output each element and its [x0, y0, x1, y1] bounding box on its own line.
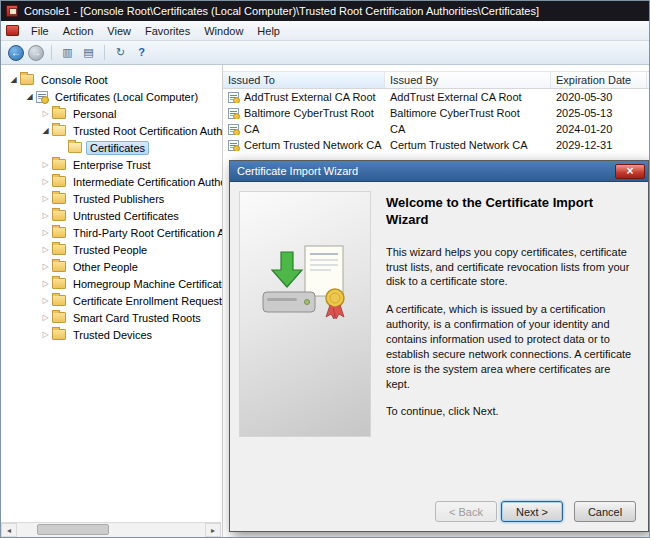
tree-item-trusted-devices[interactable]: ▷Trusted Devices	[1, 326, 222, 343]
show-console-tree-icon[interactable]: ▥	[59, 44, 76, 61]
expander-icon[interactable]: ▷	[39, 160, 52, 169]
tree-item-personal[interactable]: ▷Personal	[1, 105, 222, 122]
tree-item-trusted-root-certification-authorities[interactable]: ◢Trusted Root Certification Authorities	[1, 122, 222, 139]
wizard-graphic-panel	[239, 191, 371, 437]
scrollbar-thumb[interactable]	[37, 524, 109, 535]
forward-icon[interactable]: →	[28, 45, 44, 61]
expander-icon[interactable]: ▷	[39, 211, 52, 220]
table-row[interactable]: Certum Trusted Network CACertum Trusted …	[223, 137, 649, 153]
column-header-issued-by[interactable]: Issued By	[385, 72, 551, 88]
table-row[interactable]: CACA2024-01-20	[223, 121, 649, 137]
back-icon[interactable]: ←	[8, 45, 24, 61]
tree-item-certificates-local-computer[interactable]: ◢Certificates (Local Computer)	[1, 88, 222, 105]
console-child-icon[interactable]	[6, 25, 19, 36]
cell-text: 2025-05-13	[556, 107, 612, 119]
certificates-store-icon	[36, 91, 48, 103]
folder-icon	[52, 108, 66, 119]
column-header-expiration-date[interactable]: Expiration Date	[551, 72, 647, 88]
tree-item-smart-card-trusted-roots[interactable]: ▷Smart Card Trusted Roots	[1, 309, 222, 326]
list-header: Issued ToIssued ByExpiration Date	[223, 71, 649, 89]
tree-item-label: Homegroup Machine Certificates	[70, 278, 222, 290]
expander-icon[interactable]: ◢	[39, 126, 52, 135]
expander-icon[interactable]: ▷	[39, 279, 52, 288]
menu-view[interactable]: View	[100, 23, 138, 39]
tree-item-trusted-publishers[interactable]: ▷Trusted Publishers	[1, 190, 222, 207]
menu-window[interactable]: Window	[197, 23, 250, 39]
expander-icon[interactable]: ◢	[23, 92, 36, 101]
expander-icon[interactable]: ▷	[39, 109, 52, 118]
certificate-icon	[228, 92, 239, 103]
expander-icon[interactable]: ▷	[39, 296, 52, 305]
scroll-right-icon[interactable]: ▸	[205, 523, 221, 537]
tree-horizontal-scrollbar[interactable]: ◂ ▸	[1, 522, 221, 537]
folder-icon	[52, 312, 66, 323]
expander-icon[interactable]: ▷	[39, 262, 52, 271]
expander-icon[interactable]: ▷	[39, 177, 52, 186]
folder-icon	[52, 278, 66, 289]
expander-icon[interactable]: ▷	[39, 245, 52, 254]
column-header-issued-to[interactable]: Issued To	[223, 72, 385, 88]
tree-item-certificate-enrollment-requests[interactable]: ▷Certificate Enrollment Requests	[1, 292, 222, 309]
titlebar[interactable]: Console1 - [Console Root\Certificates (L…	[1, 1, 649, 21]
cell-expiration-date: 2024-01-20	[551, 123, 647, 135]
folder-icon	[52, 227, 66, 238]
tree-item-trusted-people[interactable]: ▷Trusted People	[1, 241, 222, 258]
refresh-icon[interactable]: ↻	[112, 44, 129, 61]
next-button[interactable]: Next >	[501, 501, 563, 522]
tree-item-label: Trusted Publishers	[70, 193, 167, 205]
menubar: FileActionViewFavoritesWindowHelp	[1, 21, 649, 41]
table-row[interactable]: AddTrust External CA RootAddTrust Extern…	[223, 89, 649, 105]
table-row[interactable]: Baltimore CyberTrust RootBaltimore Cyber…	[223, 105, 649, 121]
certificate-import-wizard-dialog: Certificate Import Wizard ×	[229, 160, 649, 532]
console-tree-pane: ◢Console Root◢Certificates (Local Comput…	[1, 65, 223, 537]
close-icon[interactable]: ×	[615, 164, 645, 179]
tree-item-other-people[interactable]: ▷Other People	[1, 258, 222, 275]
export-list-icon[interactable]: ▤	[80, 44, 97, 61]
cell-issued-by: AddTrust External CA Root	[385, 91, 551, 103]
tree-item-label: Trusted Devices	[70, 329, 155, 341]
expander-icon[interactable]: ▷	[39, 228, 52, 237]
console-tree: ◢Console Root◢Certificates (Local Comput…	[1, 71, 222, 343]
expander-icon[interactable]: ▷	[39, 194, 52, 203]
folder-icon	[68, 142, 82, 153]
tree-item-untrusted-certificates[interactable]: ▷Untrusted Certificates	[1, 207, 222, 224]
wizard-paragraph-1: This wizard helps you copy certificates,…	[386, 245, 632, 290]
expander-icon[interactable]: ◢	[7, 75, 20, 84]
wizard-text-area: Welcome to the Certificate Import Wizard…	[384, 182, 648, 419]
folder-icon	[52, 329, 66, 340]
tree-item-certificates[interactable]: Certificates	[1, 139, 222, 156]
folder-icon	[20, 74, 34, 85]
folder-icon	[52, 295, 66, 306]
dialog-titlebar[interactable]: Certificate Import Wizard ×	[230, 161, 648, 182]
folder-icon	[52, 193, 66, 204]
tree-item-label: Certificates	[86, 141, 149, 155]
folder-icon	[52, 244, 66, 255]
folder-icon	[52, 176, 66, 187]
tree-item-console-root[interactable]: ◢Console Root	[1, 71, 222, 88]
toolbar-separator	[104, 45, 105, 60]
menu-favorites[interactable]: Favorites	[138, 23, 197, 39]
expander-icon[interactable]: ▷	[39, 313, 52, 322]
menu-help[interactable]: Help	[250, 23, 287, 39]
help-icon[interactable]: ?	[133, 44, 150, 61]
scroll-left-icon[interactable]: ◂	[1, 523, 17, 537]
cell-expiration-date: 2029-12-31	[551, 139, 647, 151]
tree-item-label: Untrusted Certificates	[70, 210, 182, 222]
tree-item-homegroup-machine-certificates[interactable]: ▷Homegroup Machine Certificates	[1, 275, 222, 292]
menu-action[interactable]: Action	[56, 23, 101, 39]
tree-item-label: Personal	[70, 108, 119, 120]
folder-icon	[52, 159, 66, 170]
tree-item-label: Certificates (Local Computer)	[52, 91, 201, 103]
cell-issued-to: Certum Trusted Network CA	[223, 139, 385, 151]
scrollbar-track[interactable]	[17, 523, 205, 537]
tree-item-third-party-root-certification-authorities[interactable]: ▷Third-Party Root Certification Authorit…	[1, 224, 222, 241]
tree-item-intermediate-certification-authorities[interactable]: ▷Intermediate Certification Authorities	[1, 173, 222, 190]
tree-item-enterprise-trust[interactable]: ▷Enterprise Trust	[1, 156, 222, 173]
cell-text: AddTrust External CA Root	[244, 91, 376, 103]
cell-issued-to: Baltimore CyberTrust Root	[223, 107, 385, 119]
cancel-button[interactable]: Cancel	[574, 501, 636, 522]
cell-text: CA	[390, 123, 405, 135]
menu-file[interactable]: File	[24, 23, 56, 39]
expander-icon[interactable]: ▷	[39, 330, 52, 339]
cell-expiration-date: 2020-05-30	[551, 91, 647, 103]
